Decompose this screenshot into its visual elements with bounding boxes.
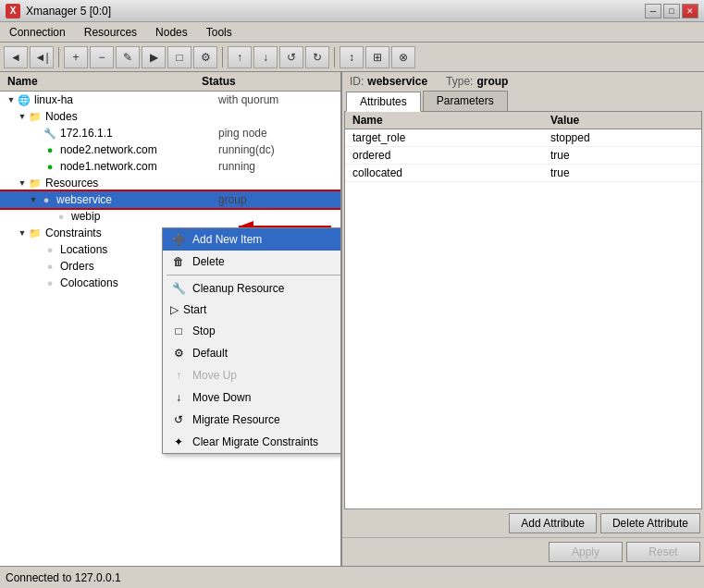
label-node1: node1.network.com [60,160,218,173]
attr-value-2: true [543,165,701,182]
maximize-button[interactable]: □ [663,4,680,18]
tree-item-nodes[interactable]: ▼ 📁 Nodes [0,108,340,125]
ctx-stop-label: Stop [192,325,216,337]
bullet3-icon: ● [43,276,57,290]
table-row[interactable]: target_role stopped [345,129,701,147]
toolbar: ◄ ◄| + − ✎ ▶ □ ⚙ ↑ ↓ ↺ ↻ ↕ ⊞ ⊗ [0,43,704,72]
status-ip1: ping node [218,127,339,140]
ctx-clear-migrate[interactable]: ✦ Clear Migrate Constraints [163,431,342,453]
menu-nodes[interactable]: Nodes [146,24,197,41]
toolbar-expand[interactable]: ↕ [340,46,364,68]
toolbar-add[interactable]: + [64,46,88,68]
expand-locations [31,244,43,255]
ctx-add-new-item[interactable]: ➕ Add New Item [163,228,342,251]
globe-icon: 🌐 [17,92,31,107]
expand-resources[interactable]: ▼ [17,178,28,189]
ctx-migrate[interactable]: ↺ Migrate Resource [163,409,342,431]
status-text: Connected to 127.0.0.1 [6,571,121,584]
tabs-bar: Attributes Parameters [342,91,704,111]
type-label: Type: [446,75,473,88]
expand-ip1 [31,128,43,139]
toolbar-remove[interactable]: − [90,46,114,68]
move-down-icon: ↓ [170,389,187,406]
left-panel: Name Status ▼ 🌐 linux-ha with quorum ▼ 📁… [0,72,342,566]
ctx-move-up-label: Move Up [192,369,237,382]
tab-parameters[interactable]: Parameters [423,91,508,111]
title-bar-text: Xmanager 5 [0:0] [26,5,639,18]
circle-green-icon: ● [43,142,57,157]
app-icon: X [6,4,20,18]
add-attribute-button[interactable]: Add Attribute [509,513,597,533]
minimize-button[interactable]: ─ [645,4,661,18]
tree-item-node1[interactable]: ● node1.network.com running [0,158,340,175]
expand-constraints[interactable]: ▼ [17,227,28,239]
delete-attribute-button[interactable]: Delete Attribute [600,513,700,533]
ctx-stop[interactable]: □ Stop [163,320,342,342]
ctx-move-down[interactable]: ↓ Move Down [163,386,342,409]
toolbar-clear[interactable]: ⊗ [391,46,415,68]
toolbar-sep-1 [58,47,59,67]
apply-row: Apply Reset [342,537,704,566]
attr-value-1: true [543,147,701,165]
tab-attributes[interactable]: Attributes [346,92,421,112]
status-webservice: group [218,193,339,206]
toolbar-edit[interactable]: ✎ [116,46,140,68]
ctx-cleanup[interactable]: 🔧 Cleanup Resource [163,277,342,300]
ctx-delete[interactable]: 🗑 Delete [163,251,342,273]
label-node2: node2.network.com [60,143,218,156]
menu-bar: Connection Resources Nodes Tools [0,22,704,43]
id-label: ID: [350,75,364,88]
menu-connection[interactable]: Connection [0,24,75,41]
circle-light-icon: ● [39,192,54,207]
ctx-clear-migrate-label: Clear Migrate Constraints [192,435,318,448]
toolbar-stop[interactable]: □ [167,46,191,68]
table-row[interactable]: ordered true [345,147,701,165]
folder3-icon: 📁 [28,226,43,240]
tree-item-ip1[interactable]: 🔧 172.16.1.1 ping node [0,125,340,141]
toolbar-redo[interactable]: ↻ [305,46,329,68]
start-arrow-icon: ▷ [170,303,178,316]
status-bar: Connected to 127.0.0.1 [0,566,704,588]
attr-name-1: ordered [345,147,543,165]
ctx-move-down-label: Move Down [192,391,251,404]
ctx-delete-label: Delete [192,255,225,268]
table-row[interactable]: collocated true [345,165,701,182]
tree-item-node2[interactable]: ● node2.network.com running(dc) [0,141,340,158]
toolbar-grid[interactable]: ⊞ [365,46,389,68]
cleanup-icon: 🔧 [170,280,187,297]
toolbar-forward[interactable]: ◄| [30,46,54,68]
context-menu: ➕ Add New Item 🗑 Delete 🔧 Cleanup Resour… [162,227,342,454]
menu-tools[interactable]: Tools [197,24,241,41]
col-status: Status [198,74,327,89]
tree-item-webip[interactable]: ● webip [0,208,340,225]
ctx-start-label: Start [183,303,206,316]
menu-resources[interactable]: Resources [75,24,146,41]
tree-item-resources[interactable]: ▼ 📁 Resources [0,175,340,191]
toolbar-down[interactable]: ↓ [253,46,278,68]
apply-button[interactable]: Apply [549,542,623,562]
toolbar-settings[interactable]: ⚙ [193,46,217,68]
expand-orders [31,261,43,272]
ctx-sep-1 [167,275,342,276]
ctx-start[interactable]: ▷ Start [163,300,342,320]
toolbar-play[interactable]: ▶ [142,46,166,68]
tree-header: Name Status [0,72,340,92]
attr-value-0: stopped [543,129,701,147]
close-button[interactable]: ✕ [682,4,698,18]
type-value: group [476,75,508,88]
toolbar-up[interactable]: ↑ [228,46,252,68]
toolbar-undo[interactable]: ↺ [279,46,303,68]
expand-nodes[interactable]: ▼ [17,111,28,122]
expand-webservice[interactable]: ▼ [28,194,39,205]
label-linux-ha: linux-ha [34,93,218,106]
tree-item-linux-ha[interactable]: ▼ 🌐 linux-ha with quorum [0,92,340,108]
ctx-default[interactable]: ⚙ Default [163,342,342,364]
label-nodes: Nodes [45,110,218,123]
migrate-icon: ↺ [170,411,187,428]
expand-linux-ha[interactable]: ▼ [6,94,17,105]
tree-item-webservice[interactable]: ▼ ● webservice group [0,191,340,208]
toolbar-back[interactable]: ◄ [4,46,28,68]
toolbar-sep-2 [222,47,223,67]
title-bar-buttons: ─ □ ✕ [645,4,698,18]
reset-button[interactable]: Reset [626,542,700,562]
